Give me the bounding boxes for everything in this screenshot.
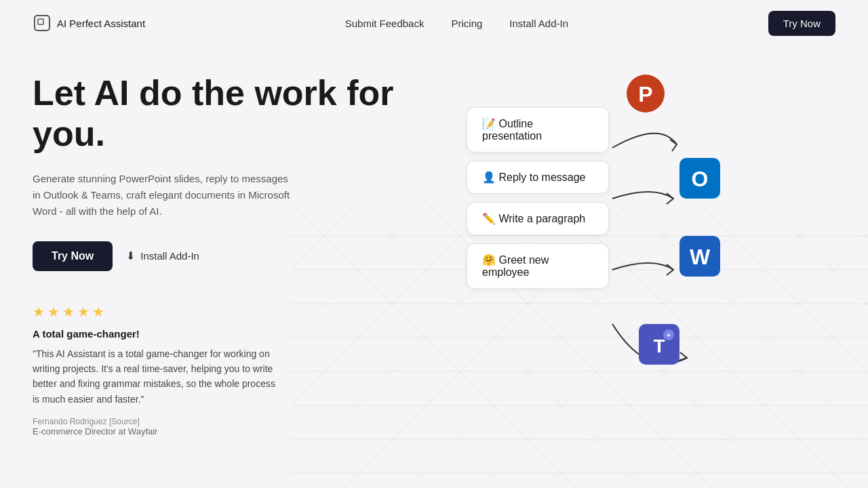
svg-text:T: T (653, 336, 665, 357)
nav-submit-feedback[interactable]: Submit Feedback (345, 18, 425, 29)
svg-text:O: O (692, 167, 709, 191)
action-card-outline[interactable]: 📝 Outline presentation (467, 107, 609, 152)
star-4: ★ (77, 304, 90, 320)
reviewer-source: [Source] (109, 417, 140, 426)
arrow-to-word (606, 249, 687, 290)
action-card-reply[interactable]: 👤 Reply to message (467, 161, 609, 194)
main-content: Let AI do the work for you. Generate stu… (0, 66, 868, 460)
action-cards: 📝 Outline presentation 👤 Reply to messag… (467, 107, 609, 289)
svg-rect-0 (35, 16, 50, 30)
review-text: "This AI Assistant is a total game-chang… (33, 346, 277, 407)
svg-text:W: W (690, 245, 711, 269)
action-card-paragraph[interactable]: ✏️ Write a paragraph (467, 202, 609, 235)
logo[interactable]: AI Perfect Assistant (33, 14, 145, 33)
download-icon: ⬇ (126, 249, 135, 262)
star-5: ★ (92, 304, 104, 320)
star-1: ★ (33, 304, 45, 320)
install-addon-button[interactable]: ⬇ Install Add-In (126, 249, 199, 262)
action-card-greet[interactable]: 🤗 Greet new employee (467, 243, 609, 289)
arrow-to-powerpoint (606, 107, 687, 161)
star-2: ★ (47, 304, 60, 320)
powerpoint-app-icon: P (625, 73, 666, 114)
nav-pricing[interactable]: Pricing (451, 18, 482, 29)
nav-links: Submit Feedback Pricing Install Add-In (345, 18, 568, 29)
navbar: AI Perfect Assistant Submit Feedback Pri… (0, 0, 868, 46)
teams-app-icon: T + (639, 324, 679, 365)
right-column: 📝 Outline presentation 👤 Reply to messag… (426, 66, 835, 460)
svg-rect-1 (38, 19, 43, 24)
nav-try-now-button[interactable]: Try Now (768, 11, 835, 36)
svg-text:P: P (638, 82, 652, 106)
hero-subtitle: Generate stunning PowerPoint slides, rep… (33, 171, 290, 220)
outlook-app-icon: O (679, 158, 720, 199)
logo-icon (33, 14, 52, 33)
arrow-to-outlook (606, 178, 687, 219)
nav-install-addon[interactable]: Install Add-In (509, 18, 568, 29)
word-app-icon: W (679, 236, 720, 277)
logo-text: AI Perfect Assistant (57, 18, 145, 29)
try-now-button[interactable]: Try Now (33, 241, 113, 271)
svg-text:+: + (667, 331, 671, 339)
hero-title: Let AI do the work for you. (33, 73, 426, 155)
star-3: ★ (62, 304, 75, 320)
install-label: Install Add-In (140, 250, 199, 262)
